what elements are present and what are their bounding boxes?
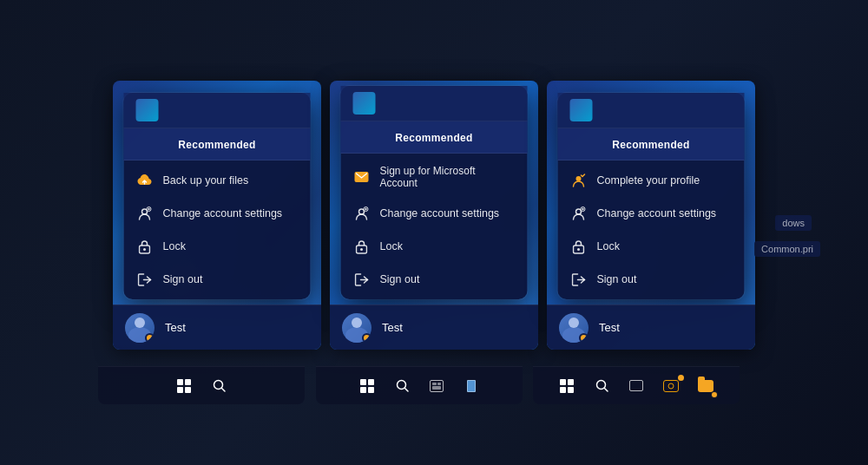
panel-1-header-text: Recommended [178,139,255,151]
panel-3-userbar[interactable]: Test [547,305,755,350]
panel-2-popup: Recommended Sign up for Microsoft Accoun… [341,86,528,299]
panel-3-account-icon [570,205,588,222]
panel-2-item-account-label: Change account settings [380,207,500,219]
backup-icon [136,172,154,189]
camera-notification-badge [678,375,684,381]
svg-point-0 [142,209,148,214]
panel-3-username: Test [599,321,620,334]
panel-2-item-signout-label: Sign out [380,273,420,285]
taskbar-p3-cam-btn[interactable] [654,370,687,403]
panel-2-userbar[interactable]: Test [330,305,538,350]
panel-2-menu: Sign up for Microsoft Account C [341,154,528,299]
panel-1-avatar-badge [145,333,155,343]
folder-icon-p3 [698,380,713,392]
search-icon-p1 [212,378,227,393]
desktop-icon-p3 [629,380,643,391]
panel-1-popup: Recommended Back up your files [124,93,311,299]
panel-2-item-account[interactable]: Change account settings [341,197,528,230]
panel-3-header-text: Recommended [612,139,689,151]
taskbar-p2-search-btn[interactable] [385,370,418,403]
windows-logo-icon-p3 [560,379,574,393]
panel-1-item-lock-label: Lock [163,240,186,252]
taskbar-panel-2 [316,366,523,404]
panel-2-header: Recommended [341,121,528,154]
taskbar-p2-extra-btn[interactable] [455,370,488,403]
signup-icon [353,168,371,186]
panel-2-item-signout[interactable]: Sign out [341,263,528,296]
panel-3-item-account[interactable]: Change account settings [558,197,745,230]
taskbar-p1-search-btn[interactable] [202,370,235,403]
panel-3-item-account-label: Change account settings [597,207,717,219]
taskbar-p1-win-btn[interactable] [168,370,201,403]
panel-3-item-lock-label: Lock [597,240,620,252]
panel-1-item-lock[interactable]: Lock [124,230,311,263]
panel-3-behind-text-2: Common.pri [754,241,820,257]
complete-profile-icon [570,172,588,189]
taskbar-p3-folder-btn[interactable] [689,370,722,403]
panel-1-header: Recommended [124,128,311,160]
panel-2-item-lock-label: Lock [380,240,403,252]
panel-3-avatar [559,313,589,343]
panel-2-item-lock[interactable]: Lock [341,230,528,263]
panel-3-item-signout-label: Sign out [597,273,637,285]
panel-2-username: Test [382,321,403,334]
svg-point-10 [576,209,582,214]
search-icon-p3 [595,378,609,393]
panel-3-item-lock[interactable]: Lock [558,230,745,263]
windows-logo-icon-p1 [177,379,191,393]
camera-icon-p3 [663,380,679,392]
folder-badge-p3 [711,391,718,398]
main-container: Recommended Back up your files [0,0,868,465]
panel-2-avatar-badge [362,333,372,343]
panel-1-username: Test [165,321,186,334]
panel-3-behind-text-1: dows [775,215,812,231]
panel-1-item-backup[interactable]: Back up your files [124,164,311,197]
lock-icon [136,238,154,255]
extra-icon-p2 [467,380,476,392]
windows-logo-icon-p2 [360,379,374,393]
svg-point-13 [577,248,580,251]
panel-3-popup: Recommended Complete your profile [558,93,745,299]
widget-icon-p2 [430,380,444,392]
panel-2-item-signup[interactable]: Sign up for Microsoft Account [341,157,528,197]
taskbar-panel-1 [98,366,305,404]
panel-3-signout-icon [570,271,588,288]
panel-3-menu: Complete your profile Change ac [558,160,745,299]
panel-2-avatar [342,313,372,343]
panel-3-lock-icon [570,238,588,255]
panel-1-menu: Back up your files Change accou [124,160,311,299]
taskbar-p3-win-btn[interactable] [550,370,583,403]
panel-2-signout-icon [353,271,371,288]
panel-3-item-profile[interactable]: Complete your profile [558,164,745,197]
panel-3-item-profile-label: Complete your profile [597,174,700,187]
panel-3-avatar-badge [579,333,589,343]
panel-1-item-account[interactable]: Change account settings [124,197,311,230]
panel-3-header: Recommended [558,128,745,160]
panel-3-strip [558,93,745,128]
panels-row: Recommended Back up your files [113,81,755,350]
taskbar-p2-win-btn[interactable] [351,370,384,403]
panel-2-item-signup-label: Sign up for Microsoft Account [380,165,516,189]
taskbar-p3-search-btn[interactable] [585,370,618,403]
panel-1-item-account-label: Change account settings [163,207,283,219]
panel-2-lock-icon [353,238,371,255]
svg-point-8 [360,248,363,251]
panel-3-wrapper: dows Common.pri Recommended [547,81,755,350]
panel-2-wrapper: Recommended Sign up for Microsoft Accoun… [330,81,538,350]
svg-point-5 [359,209,365,214]
signout-icon [136,271,154,288]
panel-2-header-text: Recommended [395,132,472,144]
taskbar-p3-desktop-btn[interactable] [620,370,653,403]
taskbar-panel-3 [533,366,740,404]
panel-3-item-signout[interactable]: Sign out [558,263,745,296]
panel-1-item-signout-label: Sign out [163,273,203,285]
panel-1-item-signout[interactable]: Sign out [124,263,311,296]
taskbar-p2-widget-btn[interactable] [420,370,453,403]
svg-point-9 [576,176,582,181]
panel-2-account-icon [353,205,371,222]
panel-1-userbar[interactable]: Test [113,305,321,350]
panel-1-item-backup-label: Back up your files [163,174,249,187]
panel-1-strip [124,93,311,128]
panel-1-avatar [125,313,155,343]
account-settings-icon [136,205,154,222]
